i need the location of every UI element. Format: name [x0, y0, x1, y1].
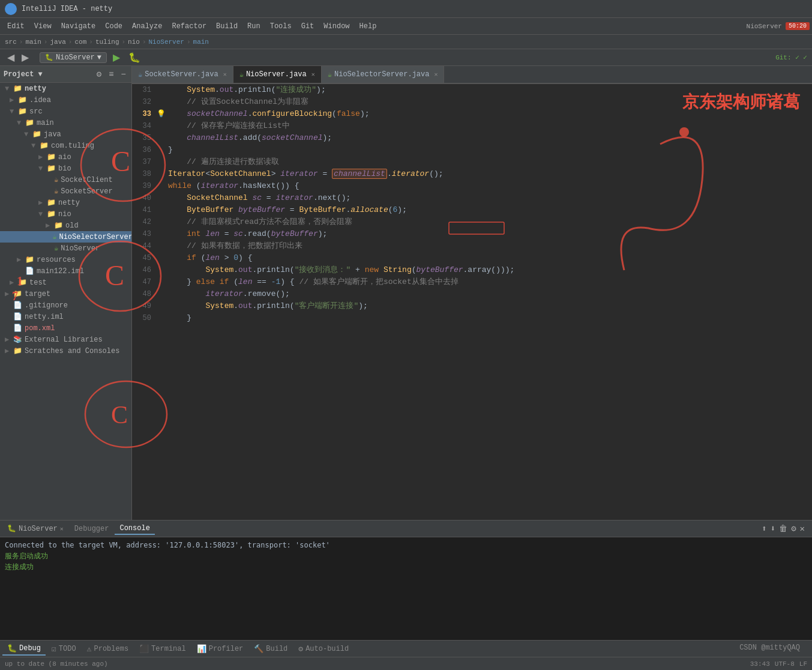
tree-item-aio[interactable]: ▶ 📁 aio	[0, 151, 131, 163]
code-line-34: 34 // 保存客户端连接在List中	[132, 120, 812, 132]
tree-item-external-libs[interactable]: ▶ 📚 External Libraries	[0, 334, 131, 345]
tool-strip-todo[interactable]: ☑ TODO	[47, 643, 81, 655]
console-close-icon[interactable]: ✕	[800, 524, 805, 534]
tree-item-pomxml[interactable]: ▶ 📄 pom.xml	[0, 322, 131, 334]
breadcrumb-main[interactable]: main	[25, 38, 41, 46]
tool-strip-problems[interactable]: ⚠ Problems	[82, 643, 133, 655]
breadcrumb-main[interactable]: main	[193, 38, 209, 46]
run-bar: ◀ ▶ 🐛 NioServer ▼ ▶ 🐛 Git: ✓ ✓	[0, 49, 812, 66]
tree-item-nettyiml[interactable]: ▶ 📄 netty.iml	[0, 311, 131, 322]
console-clear-icon[interactable]: 🗑	[779, 524, 787, 534]
run-button[interactable]: ▶	[110, 50, 122, 64]
menu-view[interactable]: View	[29, 21, 56, 32]
code-line-41: 41 ByteBuffer byteBuffer = ByteBuffer.al…	[132, 204, 812, 216]
breadcrumb-com[interactable]: com	[74, 38, 86, 46]
breadcrumb: src › main › java › com › tuling › nio ›…	[0, 35, 812, 49]
tree-item-comtuling[interactable]: ▼ 📁 com.tuling	[0, 140, 131, 151]
todo-icon: ☑	[52, 644, 56, 654]
menu-navigate[interactable]: Navigate	[56, 21, 101, 32]
breadcrumb-nioserver[interactable]: NioServer	[149, 38, 184, 46]
console-settings-icon[interactable]: ⚙	[791, 524, 796, 534]
console-line-1: Connected to the target VM, address: '12…	[5, 540, 807, 551]
menu-run[interactable]: Run	[242, 21, 265, 32]
autobuild-icon: ⚙	[298, 644, 303, 654]
tool-strip-autobuild[interactable]: ⚙ Auto-build	[293, 643, 353, 655]
tree-item-src[interactable]: ▼ 📁 src	[0, 106, 131, 117]
code-line-49: 49 System.out.println("客户端断开连接");	[132, 300, 812, 312]
tree-item-nioselectorserver[interactable]: ▶ ☕ NioSelectorServer	[0, 231, 131, 243]
forward-button[interactable]: ▶	[19, 50, 31, 64]
menu-code[interactable]: Code	[100, 21, 127, 32]
tree-item-test[interactable]: ▶ 📁 test	[0, 277, 131, 288]
code-line-36: 36 }	[132, 144, 812, 156]
bottom-tab-debugger[interactable]: Debugger	[70, 524, 114, 534]
code-line-42: 42 // 非阻塞模式read方法不会阻塞，否则会阻塞	[132, 216, 812, 228]
tab-nioserver[interactable]: ☕ NioServer.java ✕	[233, 66, 322, 83]
tree-item-java[interactable]: ▼ 📁 java	[0, 128, 131, 140]
tool-strip-terminal[interactable]: ⬛ Terminal	[134, 643, 191, 655]
sidebar-minus-icon[interactable]: −	[119, 69, 128, 80]
tree-item-socketserver[interactable]: ▶ ☕ SocketServer	[0, 186, 131, 197]
terminal-icon: ⬛	[139, 644, 149, 654]
menu-window[interactable]: Window	[319, 21, 354, 32]
sidebar-expand-icon[interactable]: ≡	[107, 69, 115, 80]
status-lf: LF	[799, 660, 807, 668]
tree-item-netty-inner[interactable]: ▶ 📁 netty	[0, 197, 131, 208]
menu-tools[interactable]: Tools	[265, 21, 296, 32]
tree-item-main[interactable]: ▼ 📁 main	[0, 117, 131, 128]
breadcrumb-nio[interactable]: nio	[128, 38, 140, 46]
console-line-2: 服务启动成功	[5, 551, 807, 561]
tree-item-target[interactable]: ▶ 📁 target	[0, 288, 131, 300]
tool-strip-profiler[interactable]: 📊 Profiler	[192, 643, 248, 655]
problems-icon: ⚠	[87, 644, 92, 654]
tool-strip-debug[interactable]: 🐛 Debug	[2, 642, 46, 656]
tree-item-old[interactable]: ▶ 📁 old	[0, 220, 131, 231]
app-logo	[5, 3, 17, 15]
tree-item-idea[interactable]: ▶ 📁 .idea	[0, 94, 131, 106]
menu-analyze[interactable]: Analyze	[127, 21, 167, 32]
menu-help[interactable]: Help	[355, 21, 382, 32]
status-encoding: UTF-8	[775, 660, 795, 668]
tree-item-resources[interactable]: ▶ 📁 resources	[0, 254, 131, 265]
code-editor[interactable]: 31 System.out.println("连接成功"); 32 // 设置S…	[132, 84, 812, 520]
sidebar: Project ▼ ⚙ ≡ − ▼ 📁 netty ▶ 📁 .idea ▼ 📁 …	[0, 66, 132, 520]
tree-item-netty[interactable]: ▼ 📁 netty	[0, 83, 131, 94]
console-line-3: 连接成功	[5, 561, 807, 572]
title-bar: IntelliJ IDEA - netty	[0, 0, 812, 18]
console-scroll-down-icon[interactable]: ⬇	[771, 524, 775, 534]
tree-item-gitignore[interactable]: ▶ 📄 .gitignore	[0, 300, 131, 311]
tree-item-scratches[interactable]: ▶ 📁 Scratches and Consoles	[0, 345, 131, 357]
code-line-44: 44 // 如果有数据，把数据打印出来	[132, 240, 812, 252]
tree-item-nioserver-file[interactable]: ▶ ☕ NioServer	[0, 243, 131, 254]
tool-strip-build[interactable]: 🔨 Build	[249, 643, 292, 655]
menu-git[interactable]: Git	[296, 21, 319, 32]
console-scroll-up-icon[interactable]: ⬆	[762, 524, 766, 534]
bottom-tab-bar: 🐛 NioServer ✕ Debugger Console ⬆ ⬇ 🗑 ⚙ ✕	[0, 521, 812, 537]
tab-socketserver[interactable]: ☕ SocketServer.java ✕	[132, 66, 233, 83]
back-button[interactable]: ◀	[5, 50, 17, 64]
breadcrumb-src[interactable]: src	[5, 38, 17, 46]
breadcrumb-java[interactable]: java	[50, 38, 65, 46]
sidebar-settings-icon[interactable]: ⚙	[95, 68, 103, 80]
menu-refactor[interactable]: Refactor	[167, 21, 211, 32]
run-config-selector[interactable]: 🐛 NioServer ▼	[40, 52, 107, 63]
title-text: IntelliJ IDEA - netty	[22, 5, 112, 13]
tab-bar: ☕ SocketServer.java ✕ ☕ NioServer.java ✕…	[132, 66, 812, 84]
status-bar: up to date (8 minutes ago) 33:43 UTF-8 L…	[0, 657, 812, 670]
tab-nioselectorserver[interactable]: ☕ NioSelectorServer.java ✕	[322, 66, 445, 83]
tree-item-socketclient[interactable]: ▶ ☕ SocketClient	[0, 174, 131, 186]
editor-area: ☕ SocketServer.java ✕ ☕ NioServer.java ✕…	[132, 66, 812, 520]
menu-build[interactable]: Build	[211, 21, 242, 32]
tree-item-nio[interactable]: ▼ 📁 nio	[0, 208, 131, 220]
console-output[interactable]: Connected to the target VM, address: '12…	[0, 537, 812, 640]
run-label: NioServer	[19, 525, 58, 533]
tree-item-mainiml[interactable]: ▶ 📄 main122.iml	[0, 265, 131, 277]
debug-button[interactable]: 🐛	[126, 50, 143, 64]
run-close-icon[interactable]: ✕	[60, 525, 64, 533]
tree-item-bio[interactable]: ▼ 📁 bio	[0, 163, 131, 174]
breadcrumb-tuling[interactable]: tuling	[95, 38, 119, 46]
menu-bar: Edit View Navigate Code Analyze Refactor…	[0, 18, 812, 35]
bottom-tab-console[interactable]: Console	[115, 523, 154, 535]
menu-edit[interactable]: Edit	[2, 21, 29, 32]
build-icon: 🔨	[254, 644, 263, 654]
